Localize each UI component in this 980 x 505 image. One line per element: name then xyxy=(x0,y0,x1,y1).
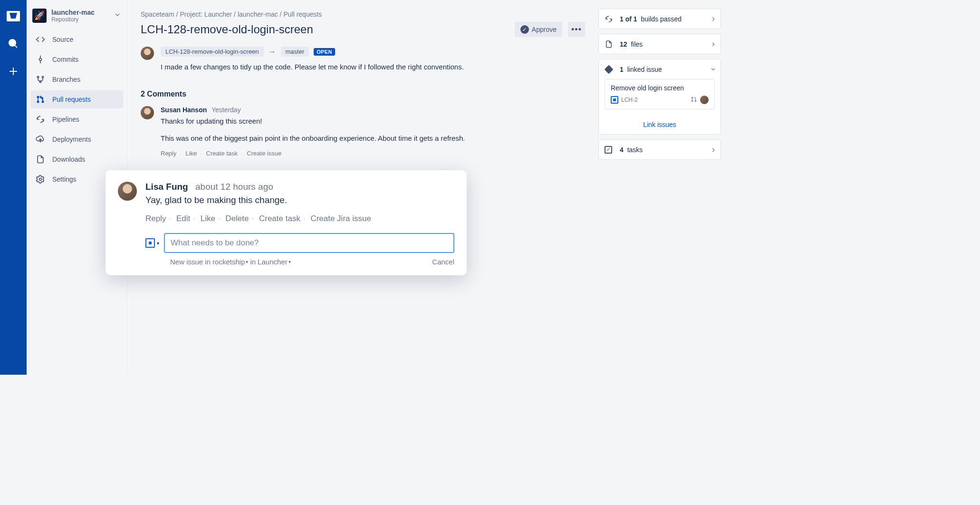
comment-avatar[interactable] xyxy=(118,182,137,201)
svg-point-4 xyxy=(39,58,42,61)
breadcrumb-item[interactable]: launcher-mac xyxy=(238,10,278,18)
issue-summary-input[interactable] xyxy=(164,233,454,253)
project-header[interactable]: 🚀 launcher-mac Repository xyxy=(27,8,127,30)
like-action[interactable]: Like xyxy=(201,214,215,223)
delete-action[interactable]: Delete xyxy=(225,214,249,223)
project-name: launcher-mac xyxy=(51,9,95,16)
nav-label: Pipelines xyxy=(52,116,79,123)
create-jira-issue-action[interactable]: Create Jira issue xyxy=(310,214,371,223)
breadcrumb: Spaceteam / Project: Launcher / launcher… xyxy=(141,10,585,18)
chevron-right-icon: › xyxy=(712,14,715,24)
sidebar-item-pull-requests[interactable]: Pull requests xyxy=(30,90,123,108)
in-label: in xyxy=(250,258,256,266)
comment: Susan Hanson Yesterday Thanks for updati… xyxy=(141,106,585,157)
approve-label: Approve xyxy=(532,26,557,33)
chevron-down-icon[interactable] xyxy=(114,11,121,20)
sidebar-item-pipelines[interactable]: Pipelines xyxy=(30,110,123,128)
project-type: Repository xyxy=(51,16,95,23)
svg-point-0 xyxy=(9,39,16,46)
create-task-action[interactable]: Create task xyxy=(259,214,300,223)
files-row[interactable]: 12 files › xyxy=(599,34,721,54)
cancel-button[interactable]: Cancel xyxy=(432,258,454,266)
reply-action[interactable]: Reply xyxy=(145,214,166,223)
nav-label: Deployments xyxy=(52,136,91,143)
arrow-right-icon: → xyxy=(269,48,276,56)
svg-point-17 xyxy=(695,100,696,101)
sidebar-item-deployments[interactable]: Deployments xyxy=(30,130,123,148)
comment-actions: Reply· Edit· Like· Delete· Create task· … xyxy=(145,214,454,223)
commits-icon xyxy=(35,54,46,65)
svg-point-10 xyxy=(37,96,38,97)
sidebar-item-branches[interactable]: Branches xyxy=(30,70,123,88)
breadcrumb-item[interactable]: Pull requests xyxy=(283,10,322,18)
create-issue-action[interactable]: Create issue xyxy=(247,150,281,157)
like-action[interactable]: Like xyxy=(186,150,197,157)
source-branch[interactable]: LCH-128-remove-old-login-screen xyxy=(161,47,264,57)
linked-issue-title: Remove old login screen xyxy=(611,84,709,92)
deployments-icon xyxy=(35,134,46,145)
right-panel: 1 of 1 builds passed › 12 files › 1 link… xyxy=(598,0,728,375)
pr-description: I made a few changes to tidy up the code… xyxy=(161,61,493,73)
svg-line-1 xyxy=(15,45,17,48)
files-label: files xyxy=(629,40,643,48)
svg-point-11 xyxy=(37,101,38,102)
approve-button[interactable]: ✓ Approve xyxy=(515,22,562,37)
tasks-icon: ✓ xyxy=(605,146,615,154)
comment-time: about 12 hours ago xyxy=(195,182,273,192)
link-issues-button[interactable]: Link issues xyxy=(599,115,721,134)
svg-point-7 xyxy=(37,76,38,78)
sidebar-item-commits[interactable]: Commits xyxy=(30,50,123,68)
status-badge: OPEN xyxy=(314,48,335,56)
issue-key: LCH-2 xyxy=(621,97,638,103)
tasks-row[interactable]: ✓ 4 tasks › xyxy=(599,140,721,159)
pipelines-icon xyxy=(35,114,46,125)
linked-count: 1 xyxy=(620,66,624,73)
target-branch[interactable]: master xyxy=(281,47,309,57)
svg-point-16 xyxy=(692,100,692,101)
comment-popup: Lisa Fung about 12 hours ago Yay, glad t… xyxy=(106,170,467,275)
more-button[interactable]: ••• xyxy=(568,22,585,37)
issue-type-picker[interactable]: ▾ xyxy=(145,238,159,248)
linked-issue-item[interactable]: Remove old login screen LCH-2 xyxy=(605,79,715,109)
svg-point-15 xyxy=(692,97,692,98)
builds-row[interactable]: 1 of 1 builds passed › xyxy=(599,9,721,29)
breadcrumb-item[interactable]: Spaceteam xyxy=(141,10,174,18)
branches-icon xyxy=(35,74,46,85)
sidebar-item-source[interactable]: Source xyxy=(30,30,123,49)
plus-icon[interactable] xyxy=(7,65,20,78)
linked-issues-row[interactable]: 1 linked issue › xyxy=(599,59,721,79)
comment-author[interactable]: Susan Hanson xyxy=(161,106,207,114)
builds-label: builds passed xyxy=(639,15,682,23)
breadcrumb-item[interactable]: Project: Launcher xyxy=(180,10,232,18)
create-task-action[interactable]: Create task xyxy=(206,150,238,157)
sidebar-item-downloads[interactable]: Downloads xyxy=(30,150,123,168)
svg-point-12 xyxy=(42,101,43,102)
gear-icon xyxy=(35,174,46,185)
chevron-down-icon: ▾ xyxy=(157,241,159,246)
pull-requests-icon xyxy=(35,94,46,105)
chevron-right-icon: › xyxy=(712,39,715,49)
tasks-count: 4 xyxy=(620,146,624,154)
builds-count: 1 of 1 xyxy=(620,15,637,23)
search-icon[interactable] xyxy=(7,37,20,50)
space-picker[interactable]: Launcher▾ xyxy=(258,258,291,266)
comment-time: Yesterday xyxy=(211,106,241,114)
svg-rect-14 xyxy=(605,65,613,74)
project-picker[interactable]: rocketship▾ xyxy=(212,258,248,266)
reply-action[interactable]: Reply xyxy=(161,150,176,157)
comment-avatar[interactable] xyxy=(141,106,154,119)
assignee-avatar xyxy=(700,96,709,104)
nav-label: Settings xyxy=(52,175,77,183)
author-avatar[interactable] xyxy=(141,47,154,60)
comment-actions: Reply· Like· Create task· Create issue xyxy=(161,150,503,157)
comments-heading: 2 Comments xyxy=(141,90,585,98)
downloads-icon xyxy=(35,154,46,165)
files-count: 12 xyxy=(620,40,627,48)
edit-action[interactable]: Edit xyxy=(176,214,190,223)
nav-label: Branches xyxy=(52,76,80,83)
issue-type-icon xyxy=(611,96,618,104)
comment-author[interactable]: Lisa Fung xyxy=(145,182,188,192)
page-title: LCH-128-remove-old-login-screen xyxy=(141,23,509,36)
nav-label: Pull requests xyxy=(52,96,91,103)
bitbucket-logo-icon[interactable] xyxy=(7,10,20,23)
